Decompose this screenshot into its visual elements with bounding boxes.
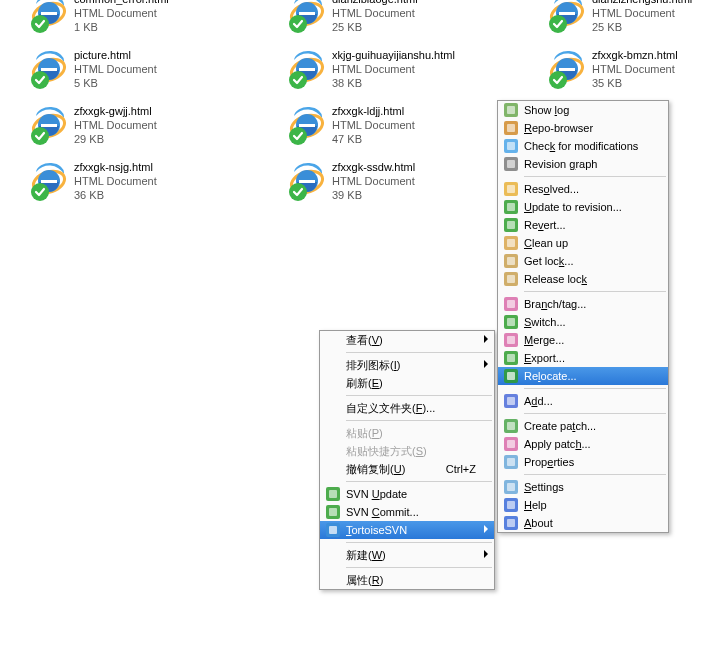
menu-item-label: 查看(V) [346, 333, 383, 348]
check-mod-icon [503, 138, 519, 154]
file-meta: zfxxgk-ssdw.html HTML Document 39 KB [332, 160, 415, 202]
file-type: HTML Document [332, 62, 455, 76]
html-file-icon [546, 48, 588, 90]
file-type: HTML Document [332, 118, 415, 132]
menu-item-label: Release lock [524, 273, 587, 285]
file-name: zfxxgk-bmzn.html [592, 48, 678, 62]
file-item[interactable]: zfxxgk-gwjj.html HTML Document 29 KB [28, 104, 268, 146]
svg-rect-49 [507, 519, 515, 527]
menu-item-label: 排列图标(I) [346, 358, 400, 373]
svg-rect-19 [507, 221, 515, 229]
svn-item-clean-up[interactable]: Clean up [498, 234, 668, 252]
file-item[interactable]: xkjg-guihuayijianshu.html HTML Document … [286, 48, 526, 90]
html-file-icon [286, 104, 328, 146]
submenu-arrow-icon [484, 335, 488, 343]
svg-rect-31 [507, 336, 515, 344]
svg-rect-17 [507, 203, 515, 211]
export-icon [503, 350, 519, 366]
svn-item-branch-tag[interactable]: Branch/tag... [498, 295, 668, 313]
revert-icon [503, 217, 519, 233]
file-size: 39 KB [332, 188, 415, 202]
html-file-icon [28, 160, 70, 202]
file-type: HTML Document [74, 62, 157, 76]
svn-separator [524, 474, 666, 475]
menu-item-label: 自定义文件夹(F)... [346, 401, 435, 416]
ctx-item-f[interactable]: 自定义文件夹(F)... [320, 399, 494, 417]
file-item[interactable]: zfxxgk-ssdw.html HTML Document 39 KB [286, 160, 526, 202]
menu-item-label: Show log [524, 104, 569, 116]
svg-rect-25 [507, 275, 515, 283]
menu-item-label: Revert... [524, 219, 566, 231]
svn-item-get-lock[interactable]: Get lock... [498, 252, 668, 270]
file-item[interactable]: zfxxgk-nsjg.html HTML Document 36 KB [28, 160, 268, 202]
svn-item-show-log[interactable]: Show log [498, 101, 668, 119]
file-meta: common_error.html HTML Document 1 KB [74, 0, 169, 34]
file-item[interactable]: zfxxgk-ldjj.html HTML Document 47 KB [286, 104, 526, 146]
svn-item-apply-patch[interactable]: Apply patch... [498, 435, 668, 453]
file-item[interactable]: dianzibiaoge.html HTML Document 25 KB [286, 0, 526, 34]
file-item[interactable]: zfxxgk-bmzn.html HTML Document 35 KB [546, 48, 718, 90]
ctx-item-w[interactable]: 新建(W) [320, 546, 494, 564]
svn-item-settings[interactable]: Settings [498, 478, 668, 496]
svn-item-properties[interactable]: Properties [498, 453, 668, 471]
svn-item-resolved[interactable]: Resolved... [498, 180, 668, 198]
menu-item-label: Resolved... [524, 183, 579, 195]
svn-item-repo-browser[interactable]: Repo-browser [498, 119, 668, 137]
ctx-item-v[interactable]: 查看(V) [320, 331, 494, 349]
ctx-item-tortoisesvn[interactable]: TortoiseSVN [320, 521, 494, 539]
svg-rect-27 [507, 300, 515, 308]
file-type: HTML Document [74, 6, 169, 20]
svg-rect-11 [507, 142, 515, 150]
menu-item-label: 粘贴快捷方式(S) [346, 444, 427, 459]
svg-rect-43 [507, 458, 515, 466]
html-file-icon [546, 0, 588, 34]
svg-rect-39 [507, 422, 515, 430]
ctx-item-e[interactable]: 刷新(E) [320, 374, 494, 392]
svn-item-merge[interactable]: Merge... [498, 331, 668, 349]
svg-rect-47 [507, 501, 515, 509]
svn-item-release-lock[interactable]: Release lock [498, 270, 668, 288]
ctx-item-svn-update[interactable]: SVN Update [320, 485, 494, 503]
svn-item-help[interactable]: Help [498, 496, 668, 514]
about-icon [503, 515, 519, 531]
svn-item-about[interactable]: About [498, 514, 668, 532]
ctx-item-u[interactable]: 撤销复制(U)Ctrl+Z [320, 460, 494, 478]
svn-item-revision-graph[interactable]: Revision graph [498, 155, 668, 173]
menu-item-label: Add... [524, 395, 553, 407]
menu-item-label: Create patch... [524, 420, 596, 432]
file-item[interactable]: common_error.html HTML Document 1 KB [28, 0, 268, 34]
menu-item-label: Relocate... [524, 370, 577, 382]
file-meta: zfxxgk-nsjg.html HTML Document 36 KB [74, 160, 157, 202]
ctx-item-s: 粘贴快捷方式(S) [320, 442, 494, 460]
svn-item-add[interactable]: Add... [498, 392, 668, 410]
menu-item-label: Help [524, 499, 547, 511]
svn-item-check-for-modifications[interactable]: Check for modifications [498, 137, 668, 155]
ctx-item-r[interactable]: 属性(R) [320, 571, 494, 589]
ctx-separator [346, 542, 492, 543]
file-size: 5 KB [74, 76, 157, 90]
file-meta: dianzibiaoge.html HTML Document 25 KB [332, 0, 418, 34]
file-name: zfxxgk-ldjj.html [332, 104, 415, 118]
svn-item-revert[interactable]: Revert... [498, 216, 668, 234]
svn-item-relocate[interactable]: Relocate... [498, 367, 668, 385]
svn-item-create-patch[interactable]: Create patch... [498, 417, 668, 435]
html-file-icon [286, 160, 328, 202]
svn-item-update-to-revision[interactable]: Update to revision... [498, 198, 668, 216]
file-name: zfxxgk-nsjg.html [74, 160, 157, 174]
file-meta: dianzizhengshu.html HTML Document 25 KB [592, 0, 692, 34]
ctx-item-i[interactable]: 排列图标(I) [320, 356, 494, 374]
html-file-icon [28, 0, 70, 34]
svn-item-export[interactable]: Export... [498, 349, 668, 367]
add-icon [503, 393, 519, 409]
file-item[interactable]: picture.html HTML Document 5 KB [28, 48, 268, 90]
ctx-separator [346, 481, 492, 482]
file-size: 36 KB [74, 188, 157, 202]
menu-item-label: Branch/tag... [524, 298, 586, 310]
svn-item-switch[interactable]: Switch... [498, 313, 668, 331]
repo-icon [503, 120, 519, 136]
menu-item-label: Apply patch... [524, 438, 591, 450]
menu-item-label: TortoiseSVN [346, 524, 407, 536]
svg-rect-1 [329, 490, 337, 498]
ctx-item-svn-commit[interactable]: SVN Commit... [320, 503, 494, 521]
file-item[interactable]: dianzizhengshu.html HTML Document 25 KB [546, 0, 718, 34]
